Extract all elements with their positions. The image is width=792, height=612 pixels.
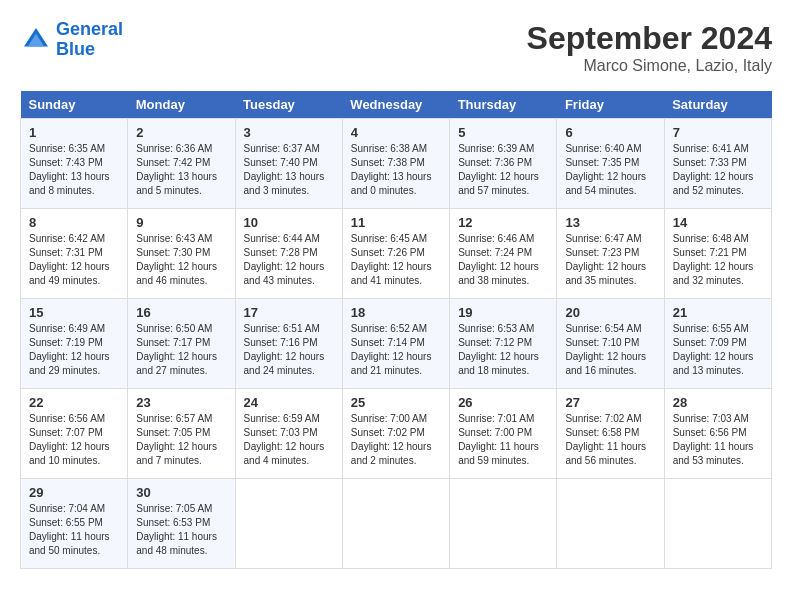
- day-info: Sunrise: 6:53 AMSunset: 7:12 PMDaylight:…: [458, 322, 548, 378]
- day-info: Sunrise: 7:02 AMSunset: 6:58 PMDaylight:…: [565, 412, 655, 468]
- day-number: 12: [458, 215, 548, 230]
- day-number: 22: [29, 395, 119, 410]
- day-number: 26: [458, 395, 548, 410]
- location-subtitle: Marco Simone, Lazio, Italy: [527, 57, 772, 75]
- calendar-cell: 24Sunrise: 6:59 AMSunset: 7:03 PMDayligh…: [235, 389, 342, 479]
- day-number: 29: [29, 485, 119, 500]
- calendar-cell: 19Sunrise: 6:53 AMSunset: 7:12 PMDayligh…: [450, 299, 557, 389]
- day-info: Sunrise: 6:41 AMSunset: 7:33 PMDaylight:…: [673, 142, 763, 198]
- week-row-5: 29Sunrise: 7:04 AMSunset: 6:55 PMDayligh…: [21, 479, 772, 569]
- calendar-cell: [557, 479, 664, 569]
- day-info: Sunrise: 6:43 AMSunset: 7:30 PMDaylight:…: [136, 232, 226, 288]
- calendar-cell: 30Sunrise: 7:05 AMSunset: 6:53 PMDayligh…: [128, 479, 235, 569]
- day-info: Sunrise: 6:35 AMSunset: 7:43 PMDaylight:…: [29, 142, 119, 198]
- day-number: 17: [244, 305, 334, 320]
- calendar-cell: 6Sunrise: 6:40 AMSunset: 7:35 PMDaylight…: [557, 119, 664, 209]
- day-number: 20: [565, 305, 655, 320]
- header-sunday: Sunday: [21, 91, 128, 119]
- day-info: Sunrise: 6:56 AMSunset: 7:07 PMDaylight:…: [29, 412, 119, 468]
- day-number: 7: [673, 125, 763, 140]
- header-saturday: Saturday: [664, 91, 771, 119]
- calendar-cell: 25Sunrise: 7:00 AMSunset: 7:02 PMDayligh…: [342, 389, 449, 479]
- calendar-cell: 21Sunrise: 6:55 AMSunset: 7:09 PMDayligh…: [664, 299, 771, 389]
- day-info: Sunrise: 6:50 AMSunset: 7:17 PMDaylight:…: [136, 322, 226, 378]
- calendar-cell: 17Sunrise: 6:51 AMSunset: 7:16 PMDayligh…: [235, 299, 342, 389]
- calendar-cell: [235, 479, 342, 569]
- page-header: General Blue September 2024 Marco Simone…: [20, 20, 772, 75]
- day-info: Sunrise: 6:48 AMSunset: 7:21 PMDaylight:…: [673, 232, 763, 288]
- day-number: 5: [458, 125, 548, 140]
- week-row-1: 1Sunrise: 6:35 AMSunset: 7:43 PMDaylight…: [21, 119, 772, 209]
- calendar-cell: 9Sunrise: 6:43 AMSunset: 7:30 PMDaylight…: [128, 209, 235, 299]
- day-number: 3: [244, 125, 334, 140]
- calendar-cell: 27Sunrise: 7:02 AMSunset: 6:58 PMDayligh…: [557, 389, 664, 479]
- day-number: 15: [29, 305, 119, 320]
- calendar-cell: 14Sunrise: 6:48 AMSunset: 7:21 PMDayligh…: [664, 209, 771, 299]
- calendar-cell: 5Sunrise: 6:39 AMSunset: 7:36 PMDaylight…: [450, 119, 557, 209]
- title-block: September 2024 Marco Simone, Lazio, Ital…: [527, 20, 772, 75]
- week-row-3: 15Sunrise: 6:49 AMSunset: 7:19 PMDayligh…: [21, 299, 772, 389]
- month-title: September 2024: [527, 20, 772, 57]
- day-info: Sunrise: 6:45 AMSunset: 7:26 PMDaylight:…: [351, 232, 441, 288]
- day-info: Sunrise: 6:40 AMSunset: 7:35 PMDaylight:…: [565, 142, 655, 198]
- calendar-cell: 16Sunrise: 6:50 AMSunset: 7:17 PMDayligh…: [128, 299, 235, 389]
- calendar-header-row: SundayMondayTuesdayWednesdayThursdayFrid…: [21, 91, 772, 119]
- logo-text: General Blue: [56, 20, 123, 60]
- day-number: 6: [565, 125, 655, 140]
- calendar-cell: 22Sunrise: 6:56 AMSunset: 7:07 PMDayligh…: [21, 389, 128, 479]
- calendar-cell: 8Sunrise: 6:42 AMSunset: 7:31 PMDaylight…: [21, 209, 128, 299]
- day-info: Sunrise: 6:37 AMSunset: 7:40 PMDaylight:…: [244, 142, 334, 198]
- calendar-cell: 20Sunrise: 6:54 AMSunset: 7:10 PMDayligh…: [557, 299, 664, 389]
- calendar-cell: 2Sunrise: 6:36 AMSunset: 7:42 PMDaylight…: [128, 119, 235, 209]
- header-thursday: Thursday: [450, 91, 557, 119]
- day-info: Sunrise: 6:42 AMSunset: 7:31 PMDaylight:…: [29, 232, 119, 288]
- calendar-cell: 4Sunrise: 6:38 AMSunset: 7:38 PMDaylight…: [342, 119, 449, 209]
- day-number: 27: [565, 395, 655, 410]
- day-info: Sunrise: 7:05 AMSunset: 6:53 PMDaylight:…: [136, 502, 226, 558]
- day-number: 16: [136, 305, 226, 320]
- day-info: Sunrise: 6:49 AMSunset: 7:19 PMDaylight:…: [29, 322, 119, 378]
- header-tuesday: Tuesday: [235, 91, 342, 119]
- day-number: 21: [673, 305, 763, 320]
- calendar-cell: 28Sunrise: 7:03 AMSunset: 6:56 PMDayligh…: [664, 389, 771, 479]
- day-number: 13: [565, 215, 655, 230]
- day-number: 8: [29, 215, 119, 230]
- calendar-cell: [664, 479, 771, 569]
- day-info: Sunrise: 6:39 AMSunset: 7:36 PMDaylight:…: [458, 142, 548, 198]
- calendar-cell: 11Sunrise: 6:45 AMSunset: 7:26 PMDayligh…: [342, 209, 449, 299]
- header-friday: Friday: [557, 91, 664, 119]
- day-info: Sunrise: 6:54 AMSunset: 7:10 PMDaylight:…: [565, 322, 655, 378]
- day-info: Sunrise: 6:46 AMSunset: 7:24 PMDaylight:…: [458, 232, 548, 288]
- week-row-2: 8Sunrise: 6:42 AMSunset: 7:31 PMDaylight…: [21, 209, 772, 299]
- logo: General Blue: [20, 20, 123, 60]
- day-info: Sunrise: 6:51 AMSunset: 7:16 PMDaylight:…: [244, 322, 334, 378]
- calendar-cell: [450, 479, 557, 569]
- day-info: Sunrise: 6:47 AMSunset: 7:23 PMDaylight:…: [565, 232, 655, 288]
- calendar-cell: 13Sunrise: 6:47 AMSunset: 7:23 PMDayligh…: [557, 209, 664, 299]
- day-number: 28: [673, 395, 763, 410]
- calendar-cell: 23Sunrise: 6:57 AMSunset: 7:05 PMDayligh…: [128, 389, 235, 479]
- day-info: Sunrise: 6:57 AMSunset: 7:05 PMDaylight:…: [136, 412, 226, 468]
- day-info: Sunrise: 6:55 AMSunset: 7:09 PMDaylight:…: [673, 322, 763, 378]
- week-row-4: 22Sunrise: 6:56 AMSunset: 7:07 PMDayligh…: [21, 389, 772, 479]
- day-info: Sunrise: 7:04 AMSunset: 6:55 PMDaylight:…: [29, 502, 119, 558]
- day-info: Sunrise: 6:52 AMSunset: 7:14 PMDaylight:…: [351, 322, 441, 378]
- day-info: Sunrise: 6:59 AMSunset: 7:03 PMDaylight:…: [244, 412, 334, 468]
- day-number: 30: [136, 485, 226, 500]
- calendar-cell: 12Sunrise: 6:46 AMSunset: 7:24 PMDayligh…: [450, 209, 557, 299]
- calendar-cell: 10Sunrise: 6:44 AMSunset: 7:28 PMDayligh…: [235, 209, 342, 299]
- day-number: 2: [136, 125, 226, 140]
- day-number: 4: [351, 125, 441, 140]
- calendar-body: 1Sunrise: 6:35 AMSunset: 7:43 PMDaylight…: [21, 119, 772, 569]
- day-number: 18: [351, 305, 441, 320]
- day-number: 9: [136, 215, 226, 230]
- day-info: Sunrise: 6:44 AMSunset: 7:28 PMDaylight:…: [244, 232, 334, 288]
- day-number: 11: [351, 215, 441, 230]
- calendar-cell: 7Sunrise: 6:41 AMSunset: 7:33 PMDaylight…: [664, 119, 771, 209]
- day-number: 14: [673, 215, 763, 230]
- day-number: 19: [458, 305, 548, 320]
- calendar-cell: [342, 479, 449, 569]
- day-info: Sunrise: 7:03 AMSunset: 6:56 PMDaylight:…: [673, 412, 763, 468]
- day-number: 1: [29, 125, 119, 140]
- day-info: Sunrise: 7:00 AMSunset: 7:02 PMDaylight:…: [351, 412, 441, 468]
